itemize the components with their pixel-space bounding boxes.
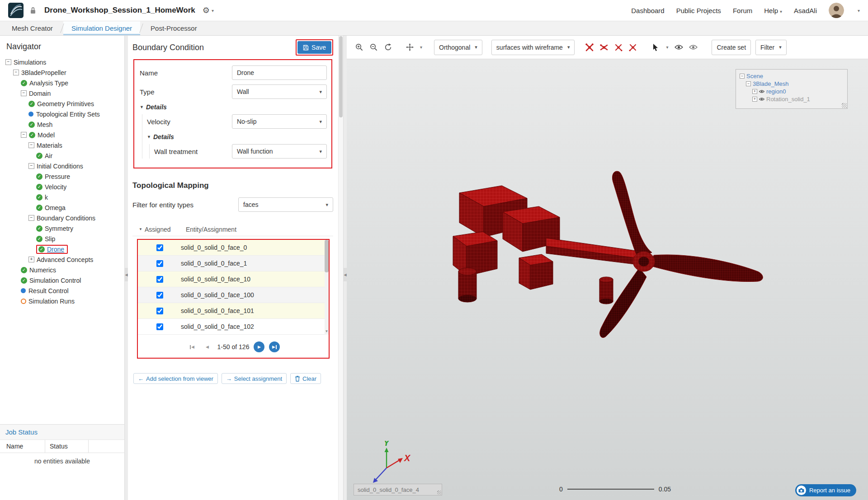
- scroll-down-icon[interactable]: ▼: [325, 329, 329, 333]
- tree-item-pressure[interactable]: ✓Pressure: [0, 171, 124, 182]
- tree-item-advanced-concepts[interactable]: +Advanced Concepts: [0, 254, 124, 265]
- refresh-icon[interactable]: [382, 42, 394, 53]
- entity-filter-select[interactable]: faces ▾: [238, 197, 333, 212]
- tree-item-simulation-runs[interactable]: Simulation Runs: [0, 296, 124, 306]
- collapse-caret-icon[interactable]: ▼: [147, 135, 151, 139]
- tree-item-mesh[interactable]: ✓Mesh: [0, 119, 124, 130]
- scene-node-scene[interactable]: −Scene: [740, 72, 844, 80]
- create-set-button[interactable]: Create set: [712, 40, 751, 55]
- collapse-icon[interactable]: −: [740, 74, 745, 79]
- app-logo-icon[interactable]: [8, 3, 24, 18]
- assignment-row[interactable]: solid_0_solid_0_face_102: [138, 319, 329, 335]
- scrollbar-thumb[interactable]: [339, 36, 343, 117]
- collapse-icon[interactable]: −: [28, 215, 34, 221]
- first-page-button[interactable]: ◀: [187, 341, 198, 352]
- nav-link-forum[interactable]: Forum: [733, 7, 752, 14]
- tab-simulation-designer[interactable]: Simulation Designer: [63, 21, 140, 35]
- assigned-checkbox[interactable]: [156, 323, 163, 330]
- assigned-checkbox[interactable]: [156, 308, 163, 314]
- scrollbar-thumb[interactable]: [325, 240, 329, 272]
- type-select[interactable]: Wall ▾: [232, 84, 327, 99]
- next-page-button[interactable]: ▶: [254, 341, 264, 352]
- wall-treatment-select[interactable]: Wall function ▾: [232, 144, 327, 159]
- collapse-icon[interactable]: −: [5, 59, 11, 65]
- collapse-icon[interactable]: −: [28, 163, 34, 169]
- tree-item-simulation-control[interactable]: ✓Simulation Control: [0, 275, 124, 285]
- tree-item-k[interactable]: ✓k: [0, 192, 124, 202]
- assignment-row[interactable]: solid_0_solid_0_face_101: [138, 303, 329, 319]
- chevron-down-icon[interactable]: ▾: [858, 8, 860, 13]
- scene-node-rotation-solid-1[interactable]: +Rotation_solid_1: [740, 95, 844, 103]
- collapse-caret-icon[interactable]: ▼: [140, 105, 144, 109]
- collapse-icon[interactable]: −: [28, 142, 34, 148]
- collapse-left-icon[interactable]: ◀: [125, 268, 128, 281]
- prev-page-button[interactable]: ◀: [202, 341, 213, 352]
- navigator-splitter[interactable]: ◀: [125, 36, 128, 500]
- expand-icon[interactable]: +: [28, 257, 34, 262]
- tree-item-topological-entity-sets[interactable]: Topological Entity Sets: [0, 109, 124, 119]
- scene-node-region0[interactable]: +region0: [740, 88, 844, 95]
- collapse-icon[interactable]: −: [746, 81, 751, 86]
- tree-item-boundary-conditions[interactable]: −Boundary Conditions: [0, 213, 124, 223]
- select-assignment-button[interactable]: →Select assignment: [222, 373, 287, 384]
- tree-item-drone[interactable]: ✓Drone: [0, 244, 124, 254]
- tree-item-initial-conditions[interactable]: −Initial Conditions: [0, 161, 124, 171]
- name-input[interactable]: [232, 65, 327, 80]
- collapse-icon[interactable]: −: [13, 70, 19, 75]
- hide-eye-icon[interactable]: [687, 42, 699, 53]
- show-eye-icon[interactable]: [673, 42, 684, 53]
- save-button[interactable]: Save: [297, 41, 331, 54]
- collapse-icon[interactable]: −: [21, 132, 27, 138]
- view-preset-3-icon[interactable]: [613, 42, 624, 53]
- assigned-checkbox[interactable]: [156, 276, 163, 283]
- user-avatar[interactable]: [829, 3, 844, 18]
- chevron-down-icon[interactable]: ▾: [420, 45, 422, 50]
- add-selection-from-viewer-button[interactable]: ←Add selection from viewer: [133, 373, 218, 384]
- help-menu[interactable]: Help▾: [764, 7, 782, 14]
- assigned-checkbox[interactable]: [156, 260, 163, 267]
- assignment-row[interactable]: solid_0_solid_0_face_100: [138, 287, 329, 303]
- visibility-icon[interactable]: [759, 97, 764, 101]
- assigned-checkbox[interactable]: [156, 244, 163, 251]
- chevron-down-icon[interactable]: ▾: [666, 45, 668, 50]
- tree-item-numerics[interactable]: ✓Numerics: [0, 265, 124, 275]
- collapse-icon[interactable]: −: [21, 90, 27, 96]
- assignment-row[interactable]: solid_0_solid_0_face_10: [138, 271, 329, 287]
- tree-item-result-control[interactable]: Result Control: [0, 285, 124, 296]
- view-preset-1-icon[interactable]: [584, 42, 595, 53]
- tree-item-omega[interactable]: ✓Omega: [0, 202, 124, 213]
- tree-item-simulations[interactable]: −Simulations: [0, 57, 124, 67]
- tree-item-3bladepropeller[interactable]: −3BladePropeller: [0, 67, 124, 78]
- tree-item-air[interactable]: ✓Air: [0, 150, 124, 161]
- scene-node-3blade-mesh[interactable]: −3Blade_Mesh: [740, 80, 844, 88]
- zoom-in-icon[interactable]: [353, 42, 365, 53]
- gear-icon[interactable]: ⚙: [203, 6, 210, 14]
- last-page-button[interactable]: ▶: [269, 341, 280, 352]
- assignment-row[interactable]: solid_0_solid_0_face_0: [138, 240, 329, 256]
- report-issue-button[interactable]: Report an issue: [795, 484, 856, 496]
- chevron-down-icon[interactable]: ▾: [212, 8, 214, 13]
- projection-select[interactable]: Orthogonal ▾: [434, 40, 482, 55]
- render-mode-select[interactable]: surfaces with wireframe ▾: [491, 40, 575, 55]
- filter-dropdown[interactable]: Filter ▾: [755, 40, 787, 55]
- expand-icon[interactable]: +: [752, 89, 757, 94]
- tree-item-geometry-primitives[interactable]: ✓Geometry Primitives: [0, 98, 124, 109]
- expand-icon[interactable]: +: [752, 97, 757, 102]
- assignment-row[interactable]: solid_0_solid_0_face_1: [138, 256, 329, 271]
- panel-splitter[interactable]: ◀: [344, 36, 347, 500]
- tab-post-processor[interactable]: Post-Processor: [142, 21, 205, 35]
- tab-mesh-creator[interactable]: Mesh Creator: [4, 21, 61, 35]
- tree-item-model[interactable]: −✓Model: [0, 130, 124, 140]
- view-preset-4-icon[interactable]: [627, 42, 639, 53]
- clear-button[interactable]: Clear: [290, 373, 321, 384]
- collapse-left-icon[interactable]: ◀: [344, 268, 347, 281]
- nav-link-public-projects[interactable]: Public Projects: [676, 7, 721, 14]
- tree-item-materials[interactable]: −Materials: [0, 140, 124, 150]
- velocity-select[interactable]: No-slip ▾: [232, 114, 327, 129]
- resize-grip-icon[interactable]: [842, 103, 847, 108]
- tree-item-domain[interactable]: −Domain: [0, 88, 124, 98]
- tree-item-slip[interactable]: ✓Slip: [0, 234, 124, 244]
- filter-caret-icon[interactable]: ▼: [139, 227, 142, 231]
- nav-link-dashboard[interactable]: Dashboard: [631, 7, 664, 14]
- drone-model[interactable]: [347, 59, 868, 500]
